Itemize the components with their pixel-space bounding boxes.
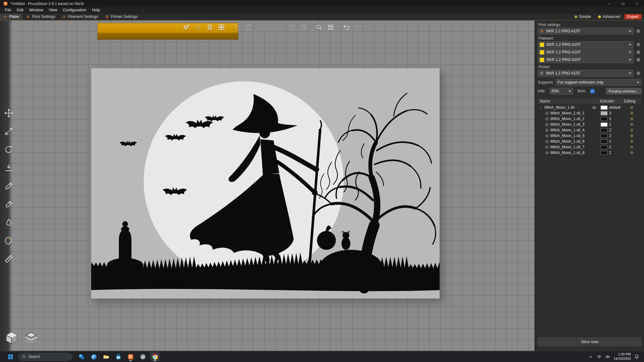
preview-view-button[interactable]	[23, 330, 40, 346]
object-name-cell[interactable]: Witch_Moon_1.stl_1	[538, 110, 598, 116]
purging-volumes-button[interactable]: Purging volumes...	[606, 88, 641, 94]
object-row[interactable]: Witch_Moon_1.stl_22	[538, 116, 641, 122]
maximize-button[interactable]	[616, 0, 630, 7]
gizmo-multimaterial-painting-button[interactable]	[3, 235, 15, 247]
expander-icon[interactable]	[539, 106, 543, 109]
editing-cell[interactable]	[622, 133, 641, 139]
object-name-cell[interactable]: Witch_Moon_1.stl_6	[538, 139, 598, 144]
filament-combo-3[interactable]: SKR 1.2 PRO A10T	[538, 56, 634, 63]
editing-cell[interactable]	[622, 144, 641, 150]
object-name-cell[interactable]: Witch_Moon_1.stl_4	[538, 127, 598, 133]
filament-combo-1[interactable]: SKR 1.2 PRO A10T	[538, 41, 634, 48]
extruder-cell[interactable]: 2	[598, 139, 622, 144]
editing-cell[interactable]	[622, 116, 641, 122]
clock[interactable]: 1:30 PM 14/10/2023	[613, 352, 631, 361]
object-name-cell[interactable]: Witch_Moon_1.stl_7	[538, 144, 598, 150]
close-button[interactable]	[630, 0, 644, 7]
toolbar-variable-layer-height-button[interactable]	[326, 23, 336, 32]
toolbar-delete-all-button[interactable]	[205, 23, 214, 32]
filament-gear-button-1[interactable]	[635, 41, 641, 48]
object-row[interactable]: Witch_Moon_1.stl_52	[538, 133, 641, 139]
object-row[interactable]: Witch_Moon_1.stl_42	[538, 127, 641, 133]
volume-icon[interactable]	[605, 354, 610, 359]
gizmo-paint-on-supports-button[interactable]	[3, 198, 15, 210]
taskbar-edge-browser[interactable]	[89, 352, 98, 361]
object-name-cell[interactable]: Witch_Moon_1.stl_5	[538, 133, 598, 139]
3d-viewport[interactable]	[0, 20, 535, 351]
toolbar-undo-button[interactable]	[342, 23, 351, 32]
mode-simple[interactable]: Simple	[572, 14, 594, 19]
supports-combo[interactable]: For support enforcers only	[556, 79, 641, 86]
editing-cell[interactable]	[622, 122, 641, 127]
editing-cell[interactable]	[622, 139, 641, 144]
taskbar-task-view[interactable]	[77, 352, 86, 361]
toolbar-search-button[interactable]	[314, 23, 324, 32]
editing-cell[interactable]	[622, 127, 641, 133]
tab-printer-settings[interactable]: Printer Settings	[102, 13, 141, 20]
object-name-cell[interactable]: Witch_Moon_1.stl_2	[538, 116, 598, 122]
gizmo-cut-button[interactable]	[3, 180, 15, 192]
extruder-cell[interactable]: 2	[598, 144, 622, 150]
editing-cell[interactable]	[622, 105, 641, 110]
tab-plater[interactable]: Plater	[0, 13, 23, 20]
gizmo-seam-painting-button[interactable]	[3, 217, 15, 228]
gizmo-scale-button[interactable]	[3, 125, 15, 137]
network-icon[interactable]	[597, 354, 602, 359]
editing-cell[interactable]	[622, 110, 641, 116]
taskbar-web-browser[interactable]	[150, 352, 160, 361]
start-button[interactable]	[6, 352, 15, 361]
tab-print-settings[interactable]: Print Settings	[23, 13, 59, 20]
notification-bell-icon[interactable]	[634, 354, 640, 359]
slice-now-button[interactable]: Slice now	[538, 337, 641, 346]
filament-gear-button-2[interactable]	[635, 49, 641, 55]
extruder-cell[interactable]: 2	[598, 150, 622, 156]
object-name-cell[interactable]: Witch_Moon_1.stl_3	[538, 122, 598, 127]
eye-icon[interactable]	[592, 105, 597, 110]
editor-view-button[interactable]	[3, 330, 20, 346]
object-row[interactable]: Witch_Moon_1.stl_13	[538, 110, 641, 116]
extruder-cell[interactable]: 2	[598, 127, 622, 133]
taskbar-utility-app[interactable]	[138, 352, 147, 361]
witch-moon-model[interactable]	[91, 68, 440, 299]
tab-filament-settings[interactable]: Filament Settings	[59, 13, 102, 20]
menu-file[interactable]: File	[2, 8, 14, 12]
print-settings-gear-button[interactable]	[635, 28, 641, 34]
editing-cell[interactable]	[622, 150, 641, 156]
gizmo-move-button[interactable]	[3, 107, 15, 119]
brim-checkbox[interactable]	[590, 89, 595, 93]
infill-combo[interactable]: 20%	[549, 88, 573, 95]
menu-view[interactable]: View	[46, 8, 60, 12]
search-input[interactable]: Search	[18, 353, 72, 361]
object-row[interactable]: Witch_Moon_1.stl_31	[538, 122, 641, 127]
filament-gear-button-3[interactable]	[635, 57, 641, 63]
object-row[interactable]: Witch_Moon_1.stldefault	[538, 105, 641, 110]
minimize-button[interactable]	[602, 0, 616, 7]
gizmo-measure-button[interactable]	[3, 253, 15, 265]
extruder-cell[interactable]: 2	[598, 116, 622, 122]
menu-help[interactable]: Help	[89, 8, 103, 12]
menu-configuration[interactable]: Configuration	[60, 8, 89, 12]
printer-gear-button[interactable]	[635, 70, 641, 76]
taskbar-microsoft-store[interactable]	[114, 352, 123, 361]
taskbar-file-explorer[interactable]	[101, 352, 111, 361]
menu-edit[interactable]: Edit	[14, 8, 26, 12]
object-name-cell[interactable]: Witch_Moon_1.stl	[538, 105, 598, 110]
chevron-up-icon[interactable]	[588, 354, 593, 359]
mode-advanced[interactable]: Advanced	[595, 14, 623, 19]
menu-window[interactable]: Window	[26, 8, 46, 12]
mode-expert[interactable]: Expert	[625, 14, 641, 19]
extruder-cell[interactable]: 2	[598, 133, 622, 139]
toolbar-add-button[interactable]	[182, 23, 191, 32]
object-row[interactable]: Witch_Moon_1.stl_82	[538, 150, 641, 156]
filament-combo-2[interactable]: SKR 1.2 PRO A10T	[538, 49, 634, 56]
taskbar-prusaslicer[interactable]	[126, 352, 135, 361]
extruder-cell[interactable]: default	[598, 105, 622, 110]
object-name-cell[interactable]: Witch_Moon_1.stl_8	[538, 150, 598, 156]
object-row[interactable]: Witch_Moon_1.stl_62	[538, 139, 641, 144]
print-settings-combo[interactable]: SKR 1.2 PRO A10T	[538, 28, 634, 35]
gizmo-place-on-face-button[interactable]	[3, 162, 15, 174]
extruder-cell[interactable]: 1	[598, 122, 622, 127]
extruder-cell[interactable]: 3	[598, 110, 622, 116]
object-row[interactable]: Witch_Moon_1.stl_72	[538, 144, 641, 150]
printer-combo[interactable]: SKR 1.2 PRO A10T	[538, 70, 634, 77]
